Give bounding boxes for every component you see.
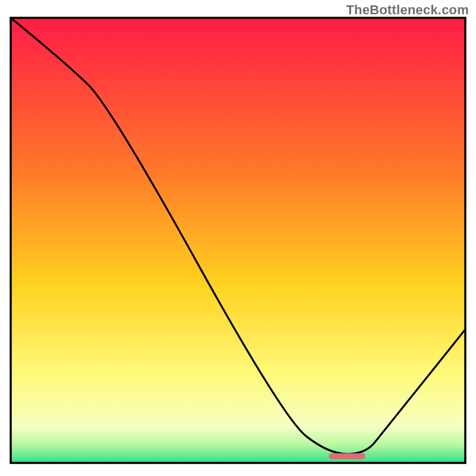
chart-background [11,18,465,463]
chart-svg [0,0,476,476]
chart-container: TheBottleneck.com [0,0,476,476]
optimal-marker [329,453,365,459]
watermark-text: TheBottleneck.com [346,2,469,18]
